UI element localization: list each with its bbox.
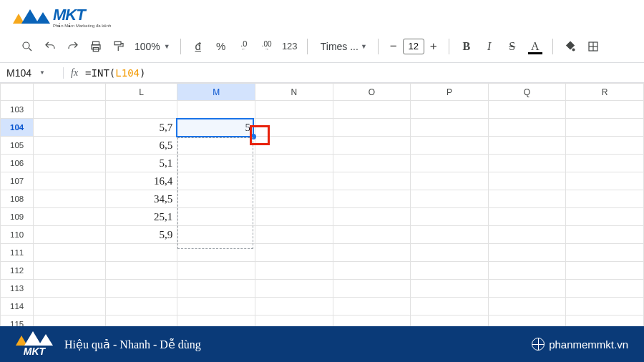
col-header-L[interactable]: L	[105, 84, 177, 101]
col-header-O[interactable]: O	[333, 84, 411, 101]
cell[interactable]	[411, 155, 489, 172]
cell[interactable]	[255, 190, 333, 208]
cell[interactable]	[566, 137, 644, 155]
col-header[interactable]	[34, 84, 106, 101]
cell[interactable]	[105, 101, 177, 119]
cell[interactable]	[255, 155, 333, 172]
cell[interactable]	[255, 315, 333, 327]
italic-button[interactable]: I	[479, 36, 499, 57]
cell[interactable]	[333, 119, 411, 137]
cell[interactable]	[105, 315, 177, 327]
cell[interactable]	[333, 137, 411, 155]
select-all-corner[interactable]	[1, 84, 34, 101]
cell[interactable]	[488, 119, 566, 137]
cell[interactable]	[177, 262, 255, 280]
cell[interactable]	[255, 298, 333, 315]
undo-button[interactable]	[40, 36, 60, 57]
cell[interactable]	[488, 298, 566, 315]
cell[interactable]	[333, 298, 411, 315]
zoom-select[interactable]: 100%▼	[132, 41, 173, 52]
cell[interactable]: 34,5	[105, 190, 177, 208]
cell[interactable]	[566, 315, 644, 327]
cell[interactable]	[488, 172, 566, 190]
print-button[interactable]	[86, 36, 106, 57]
number-format-button[interactable]: 123	[280, 36, 300, 57]
cell[interactable]	[333, 155, 411, 172]
paint-format-button[interactable]	[109, 36, 129, 57]
cell[interactable]	[488, 280, 566, 298]
cell[interactable]	[411, 137, 489, 155]
cell[interactable]	[488, 315, 566, 327]
cell[interactable]	[177, 280, 255, 298]
row-header[interactable]: 110	[1, 226, 34, 244]
row-header[interactable]: 115	[1, 315, 34, 327]
cell[interactable]	[34, 172, 106, 190]
strikethrough-button[interactable]: S	[502, 36, 522, 57]
decrease-fontsize-button[interactable]: −	[386, 39, 401, 54]
cell[interactable]	[488, 262, 566, 280]
cell[interactable]	[34, 137, 106, 155]
cell[interactable]	[411, 262, 489, 280]
cell[interactable]	[333, 280, 411, 298]
cell[interactable]	[488, 190, 566, 208]
cell[interactable]	[566, 119, 644, 137]
cell[interactable]	[566, 262, 644, 280]
increase-fontsize-button[interactable]: +	[426, 39, 441, 54]
row-header[interactable]: 106	[1, 155, 34, 172]
cell[interactable]: 5	[177, 119, 255, 137]
formula-input[interactable]: =INT(L104)	[85, 67, 145, 79]
cell[interactable]	[566, 190, 644, 208]
cell[interactable]	[333, 208, 411, 226]
decrease-decimal-button[interactable]: .0←	[234, 36, 254, 57]
cell[interactable]	[566, 298, 644, 315]
cell[interactable]	[411, 190, 489, 208]
col-header-R[interactable]: R	[566, 84, 644, 101]
row-header[interactable]: 109	[1, 208, 34, 226]
cell[interactable]: 5,9	[105, 226, 177, 244]
cell[interactable]	[177, 190, 255, 208]
cell[interactable]	[566, 244, 644, 262]
cell[interactable]	[488, 137, 566, 155]
cell[interactable]	[177, 155, 255, 172]
currency-button[interactable]: đ	[188, 36, 208, 57]
cell[interactable]	[255, 226, 333, 244]
cell[interactable]	[333, 315, 411, 327]
cell[interactable]	[177, 101, 255, 119]
cell[interactable]	[255, 172, 333, 190]
redo-button[interactable]	[63, 36, 83, 57]
cell[interactable]	[333, 244, 411, 262]
cell[interactable]	[333, 262, 411, 280]
cell[interactable]	[34, 119, 106, 137]
cell[interactable]: 5,7	[105, 119, 177, 137]
cell[interactable]	[488, 101, 566, 119]
cell[interactable]	[105, 280, 177, 298]
cell[interactable]	[566, 155, 644, 172]
cell[interactable]	[255, 137, 333, 155]
cell[interactable]	[105, 262, 177, 280]
cell[interactable]	[177, 137, 255, 155]
cell[interactable]	[34, 244, 106, 262]
cell[interactable]: 6,5	[105, 137, 177, 155]
search-icon[interactable]	[17, 36, 37, 57]
cell[interactable]: 5,1	[105, 155, 177, 172]
cell[interactable]	[34, 208, 106, 226]
cell[interactable]	[566, 280, 644, 298]
cell[interactable]	[105, 244, 177, 262]
percent-button[interactable]: %	[211, 36, 231, 57]
footer-site[interactable]: phanmemmkt.vn	[532, 338, 628, 351]
cell[interactable]: 25,1	[105, 208, 177, 226]
row-header[interactable]: 104	[1, 119, 34, 137]
col-header-M[interactable]: M	[177, 84, 255, 101]
cell[interactable]	[34, 226, 106, 244]
row-header[interactable]: 113	[1, 280, 34, 298]
cell[interactable]	[333, 226, 411, 244]
cell[interactable]	[177, 244, 255, 262]
fontsize-input[interactable]: 12	[403, 39, 424, 54]
cell[interactable]	[333, 172, 411, 190]
row-header[interactable]: 112	[1, 262, 34, 280]
cell[interactable]	[488, 208, 566, 226]
cell[interactable]	[411, 119, 489, 137]
cell[interactable]	[177, 208, 255, 226]
cell[interactable]	[488, 244, 566, 262]
cell[interactable]	[255, 262, 333, 280]
